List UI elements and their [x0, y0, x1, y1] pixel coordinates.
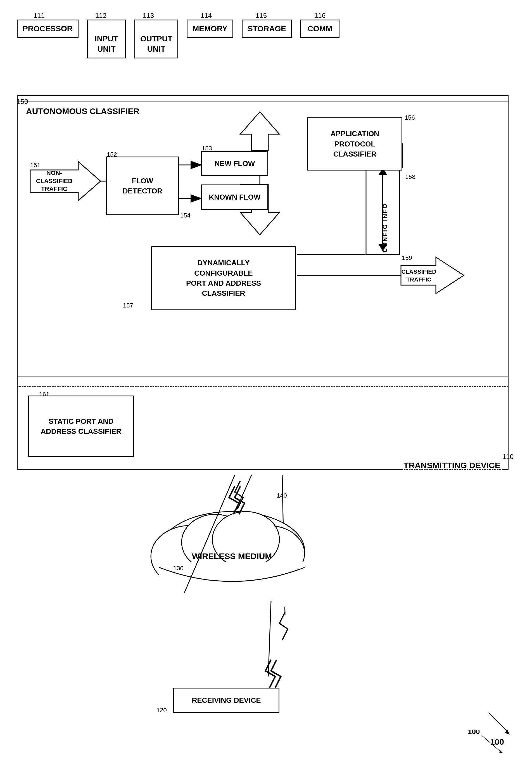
known-flow-box: KNOWN FLOW [201, 184, 268, 210]
figure-label: 100 [490, 737, 504, 747]
svg-text:WIRELESS MEDIUM: WIRELESS MEDIUM [192, 552, 272, 561]
autonomous-classifier-label: AUTONOMOUS CLASSIFIER [26, 106, 139, 116]
memory-box: MEMORY [187, 20, 233, 38]
dyn-config-box: DYNAMICALLY CONFIGURABLE PORT AND ADDRES… [151, 246, 296, 310]
top-components-row: 111 PROCESSOR 112 INPUT UNIT 113 OUTPUT … [17, 11, 515, 58]
ref-116: 116 [314, 12, 326, 20]
ref-153: 153 [202, 145, 212, 152]
flow-detector-label: FLOW DETECTOR [123, 176, 163, 196]
ref-130: 130 [173, 565, 184, 572]
ref-114: 114 [201, 12, 212, 20]
ref-115: 115 [256, 12, 267, 20]
fig-number: 100 [490, 737, 504, 746]
ref-150: 150 [17, 98, 28, 106]
wireless-cloud-svg: WIRELESS MEDIUM [134, 489, 330, 607]
config-info-area: CONFIG INFO [368, 184, 402, 271]
svg-rect-9 [159, 562, 321, 607]
storage-label: STORAGE [248, 24, 286, 33]
ref-159: 159 [402, 254, 412, 262]
memory-label: MEMORY [193, 24, 227, 33]
ref-154: 154 [180, 212, 191, 219]
svg-marker-12 [499, 750, 503, 753]
static-port-classifier-box: STATIC PORT AND ADDRESS CLASSIFIER [28, 396, 134, 457]
static-port-label: STATIC PORT AND ADDRESS CLASSIFIER [41, 416, 122, 437]
processor-label: PROCESSOR [23, 24, 73, 33]
ref-140: 140 [277, 492, 287, 499]
wireless-section: WIRELESS MEDIUM 140 130 RECEIVING DEVICE… [17, 481, 514, 746]
receiving-device-box: RECEIVING DEVICE [173, 688, 279, 713]
comm-label: COMM [308, 24, 333, 33]
ref-152: 152 [107, 151, 117, 158]
ref-111: 111 [34, 12, 45, 20]
ref-151: 151 [30, 162, 41, 169]
ref-120: 120 [156, 707, 167, 714]
processor-box: PROCESSOR [17, 20, 79, 38]
input-unit-box: INPUT UNIT [87, 20, 126, 58]
config-info-label: CONFIG INFO [381, 203, 389, 252]
flow-detector-box: FLOW DETECTOR [106, 156, 179, 215]
known-flow-label: KNOWN FLOW [209, 192, 261, 202]
autonomous-classifier-box: AUTONOMOUS CLASSIFIER [17, 101, 509, 377]
comm-box: COMM [300, 20, 339, 38]
output-unit-label: OUTPUT UNIT [140, 34, 172, 53]
ref-161: 161 [39, 391, 49, 398]
app-protocol-classifier-box: APPLICATION PROTOCOL CLASSIFIER [307, 117, 402, 170]
ref-156: 156 [405, 114, 415, 121]
new-flow-box: NEW FLOW [201, 151, 268, 176]
ref-113: 113 [143, 12, 154, 20]
output-unit-box: OUTPUT UNIT [134, 20, 178, 58]
new-flow-label: NEW FLOW [215, 158, 255, 168]
ref-157: 157 [123, 302, 133, 309]
storage-box: STORAGE [242, 20, 292, 38]
dyn-config-label: DYNAMICALLY CONFIGURABLE PORT AND ADDRES… [186, 258, 261, 298]
ref-112: 112 [95, 12, 106, 20]
ref-158: 158 [405, 173, 415, 181]
receiving-device-label: RECEIVING DEVICE [192, 695, 261, 705]
diagram-container: 111 PROCESSOR 112 INPUT UNIT 113 OUTPUT … [0, 0, 532, 769]
app-protocol-label: APPLICATION PROTOCOL CLASSIFIER [331, 129, 379, 159]
input-unit-label: INPUT UNIT [95, 34, 118, 53]
